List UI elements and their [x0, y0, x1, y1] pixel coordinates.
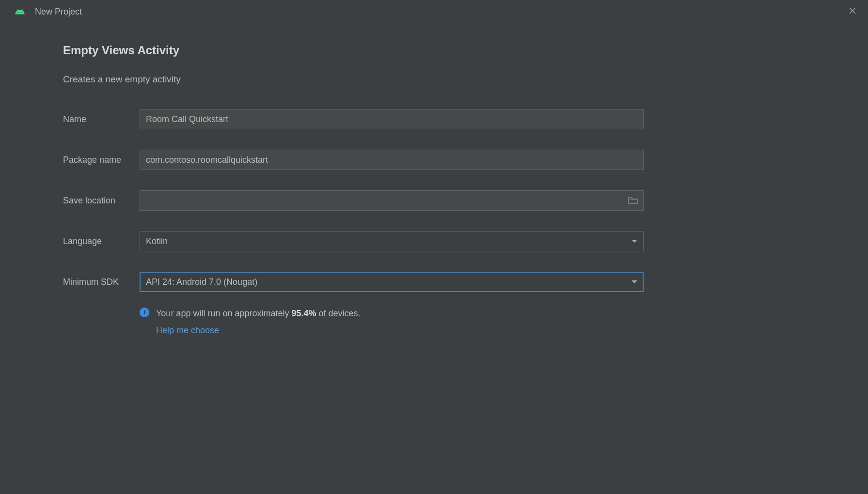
save-location-label: Save location — [63, 196, 140, 206]
info-icon: i — [140, 308, 149, 317]
device-coverage-text: Your app will run on approximately 95.4%… — [156, 307, 361, 321]
chevron-down-icon — [631, 240, 637, 243]
page-subtitle: Creates a new empty activity — [63, 74, 805, 85]
help-me-choose-link[interactable]: Help me choose — [156, 325, 805, 336]
package-name-input[interactable] — [140, 150, 644, 170]
android-icon — [15, 9, 25, 15]
form-row-save-location: Save location — [63, 190, 805, 211]
device-coverage-info: i Your app will run on approximately 95.… — [140, 307, 805, 321]
save-location-input[interactable] — [140, 190, 644, 211]
title-bar: New Project — [0, 0, 868, 24]
close-icon — [849, 7, 856, 15]
language-label: Language — [63, 236, 140, 247]
language-select-value: Kotlin — [146, 236, 168, 247]
folder-icon — [628, 197, 638, 204]
form-row-package: Package name — [63, 150, 805, 170]
svg-point-1 — [21, 12, 22, 13]
page-title: Empty Views Activity — [63, 44, 805, 57]
form-row-min-sdk: Minimum SDK API 24: Android 7.0 (Nougat) — [63, 272, 805, 292]
form-row-name: Name — [63, 109, 805, 129]
name-label: Name — [63, 114, 140, 124]
name-input[interactable] — [140, 109, 644, 129]
package-name-label: Package name — [63, 155, 140, 165]
language-select[interactable]: Kotlin — [140, 231, 644, 251]
min-sdk-select[interactable]: API 24: Android 7.0 (Nougat) — [140, 272, 644, 292]
chevron-down-icon — [631, 280, 637, 283]
window-title: New Project — [35, 7, 82, 17]
main-content: Empty Views Activity Creates a new empty… — [0, 24, 868, 355]
min-sdk-label: Minimum SDK — [63, 277, 140, 287]
close-button[interactable] — [849, 7, 856, 15]
browse-folder-button[interactable] — [628, 197, 638, 204]
min-sdk-select-value: API 24: Android 7.0 (Nougat) — [146, 277, 257, 287]
svg-point-0 — [17, 12, 18, 13]
form-row-language: Language Kotlin — [63, 231, 805, 251]
